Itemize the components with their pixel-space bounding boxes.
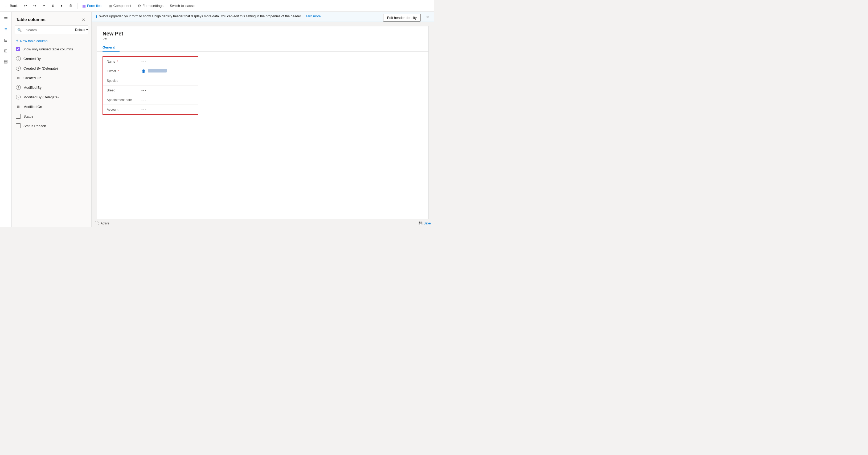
chevron-down-icon: ▾ — [61, 4, 63, 8]
form-field-icon: ▦ — [82, 4, 86, 8]
field-value-account[interactable]: --- — [142, 107, 194, 112]
column-label: Created By (Delegate) — [24, 66, 58, 70]
column-label: Modified By — [24, 86, 41, 90]
switch-classic-button[interactable]: Switch to classic — [167, 3, 198, 9]
form-record-title: New Pet — [102, 31, 423, 37]
search-input[interactable] — [24, 28, 73, 32]
field-value-name[interactable]: --- — [142, 59, 194, 64]
info-icon: ℹ — [96, 15, 97, 19]
field-label-appointment-date: Appointment date — [107, 98, 142, 102]
show-unused-row[interactable]: Show only unused table columns — [12, 45, 91, 54]
layers-icon: ⊟ — [4, 37, 7, 42]
form-record-type: Pet — [102, 37, 423, 41]
table-icon: ⊞ — [4, 48, 7, 53]
chart-icon: ▤ — [4, 59, 8, 64]
form-field-label: Form field — [87, 4, 102, 8]
back-icon: ← — [5, 4, 8, 8]
column-label: Created On — [24, 76, 41, 80]
field-label-breed: Breed — [107, 88, 142, 92]
switch-classic-label: Switch to classic — [170, 4, 195, 8]
sidebar-btn-hamburger[interactable]: ☰ — [1, 14, 11, 24]
required-indicator: * — [116, 60, 118, 63]
form-section-outline: Name * --- Owner * 👤 — [102, 56, 198, 115]
column-item-status[interactable]: Status — [12, 111, 91, 121]
copy-button[interactable]: ⧉ — [49, 3, 57, 9]
save-button[interactable]: 💾 Save — [418, 222, 431, 225]
back-button[interactable]: ← Back — [2, 3, 20, 9]
bottom-bar: ⛶ Active 💾 Save — [92, 219, 434, 227]
form-settings-button[interactable]: ⚙ Form settings — [135, 3, 166, 9]
delete-button[interactable]: 🗑 — [66, 3, 75, 9]
redo-button[interactable]: ↪ — [31, 3, 39, 9]
field-value-species[interactable]: --- — [142, 79, 194, 83]
form-card: New Pet Pet General Name * — [97, 26, 429, 219]
column-item-modified-by[interactable]: ? Modified By — [12, 83, 91, 92]
more-button[interactable]: ▾ — [58, 3, 65, 9]
field-label-species: Species — [107, 79, 142, 83]
field-row-breed: Breed --- — [103, 86, 198, 95]
sidebar-btn-columns[interactable]: ≡ — [1, 25, 11, 34]
show-unused-checkbox[interactable] — [16, 47, 20, 51]
search-filter-dropdown[interactable]: Default ▾ — [73, 26, 88, 34]
column-item-modified-by-delegate[interactable]: ? Modified By (Delegate) — [12, 92, 91, 102]
tab-general-label: General — [102, 45, 115, 49]
field-value-appointment-date[interactable]: --- — [142, 98, 194, 102]
sidebar-btn-table[interactable]: ⊞ — [1, 46, 11, 55]
hamburger-icon: ☰ — [4, 16, 8, 21]
close-icon: ✕ — [426, 15, 429, 19]
info-message: We've upgraded your form to show a high … — [99, 15, 302, 18]
info-banner-text: We've upgraded your form to show a high … — [99, 15, 321, 18]
save-label: Save — [424, 222, 431, 225]
banner-close-button[interactable]: ✕ — [425, 14, 431, 20]
left-panel-title: Table columns — [16, 17, 45, 22]
column-item-status-reason[interactable]: Status Reason — [12, 121, 91, 131]
field-label-account: Account — [107, 108, 142, 111]
column-item-created-on[interactable]: ⊞ Created On — [12, 73, 91, 83]
field-value-owner[interactable]: 👤 — [142, 69, 194, 73]
grid-icon: ⊞ — [16, 104, 21, 109]
sidebar-btn-chart[interactable]: ▤ — [1, 57, 11, 66]
form-tabs: General — [97, 43, 428, 52]
form-field-button[interactable]: ▦ Form field — [80, 3, 105, 9]
cut-button[interactable]: ✂ — [40, 3, 48, 9]
edit-header-density-button[interactable]: Edit header density — [383, 14, 421, 22]
toolbar-divider-1 — [77, 3, 78, 9]
required-indicator: * — [117, 69, 119, 73]
field-label-owner: Owner * — [107, 69, 142, 73]
undo-button[interactable]: ↩ — [21, 3, 30, 9]
column-item-modified-on[interactable]: ⊞ Modified On — [12, 102, 91, 111]
sidebar-btn-layers[interactable]: ⊟ — [1, 35, 11, 45]
close-icon: ✕ — [82, 17, 85, 22]
field-row-account: Account --- — [103, 105, 198, 114]
form-settings-label: Form settings — [143, 4, 163, 8]
info-banner: ℹ We've upgraded your form to show a hig… — [92, 12, 434, 22]
column-list: ? Created By ? Created By (Delegate) ⊞ C… — [12, 54, 91, 227]
main-layout: ☰ ≡ ⊟ ⊞ ▤ Table columns ✕ 🔍 Default — [0, 12, 434, 227]
field-row-species: Species --- — [103, 76, 198, 86]
show-unused-label: Show only unused table columns — [22, 47, 73, 51]
left-panel-close-button[interactable]: ✕ — [80, 16, 87, 24]
question-icon: ? — [16, 85, 21, 90]
column-item-created-by-delegate[interactable]: ? Created By (Delegate) — [12, 63, 91, 73]
component-button[interactable]: ⊞ Component — [106, 3, 134, 9]
new-table-column-button[interactable]: + New table column — [12, 36, 91, 45]
form-canvas: New Pet Pet General Name * — [92, 22, 434, 219]
expand-icon[interactable]: ⛶ — [95, 221, 98, 226]
question-icon: ? — [16, 95, 21, 99]
column-label: Modified On — [24, 105, 42, 109]
left-panel-header: Table columns ✕ — [12, 12, 91, 26]
search-bar[interactable]: 🔍 Default ▾ — [15, 26, 88, 34]
component-icon: ⊞ — [109, 4, 112, 8]
content-area: ℹ We've upgraded your form to show a hig… — [92, 12, 434, 227]
field-value-breed[interactable]: --- — [142, 88, 194, 92]
icon-sidebar: ☰ ≡ ⊟ ⊞ ▤ — [0, 12, 12, 227]
box-icon — [16, 123, 21, 128]
form-settings-icon: ⚙ — [138, 4, 141, 8]
columns-icon: ≡ — [4, 27, 7, 32]
tab-general[interactable]: General — [102, 43, 120, 52]
plus-icon: + — [16, 38, 19, 43]
column-item-created-by[interactable]: ? Created By — [12, 54, 91, 63]
search-filter-label: Default — [75, 28, 85, 32]
learn-more-link[interactable]: Learn more — [304, 15, 321, 18]
owner-value-blurred — [148, 69, 167, 73]
